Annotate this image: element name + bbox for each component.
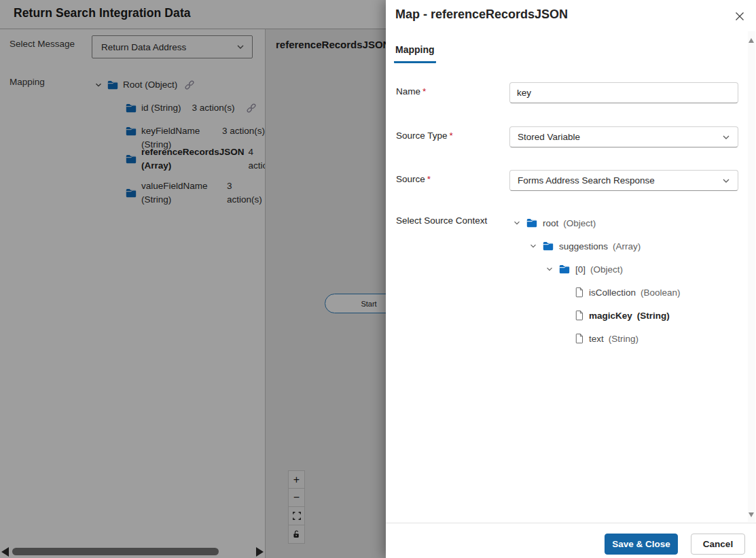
chevron-down-icon[interactable]	[528, 242, 537, 250]
dialog-title: Map - referenceRecordsJSON	[395, 7, 568, 22]
source-node-name: isCollection	[589, 287, 636, 298]
name-label: Name*	[396, 86, 426, 97]
source-node-name: root	[543, 218, 558, 228]
source-label: Source*	[396, 174, 431, 184]
name-label-text: Name	[396, 86, 420, 97]
source-tree-row-text[interactable]: text (String)	[386, 327, 739, 350]
file-icon	[575, 333, 584, 344]
source-type-select[interactable]: Stored Variable	[509, 126, 738, 147]
folder-icon	[542, 240, 554, 252]
source-tree-row-isCollection[interactable]: isCollection (Boolean)	[386, 281, 739, 304]
source-node-type: (Object)	[590, 264, 623, 275]
folder-icon	[558, 263, 571, 275]
source-tree-row-0[interactable]: [0] (Object)	[386, 258, 739, 281]
modal-scrollbar[interactable]	[748, 31, 755, 522]
chevron-down-icon	[721, 133, 731, 142]
source-node-type: (Boolean)	[641, 287, 681, 298]
source-node-type: (Array)	[613, 241, 641, 251]
source-node-name: text	[589, 334, 604, 344]
source-select[interactable]: Forms Address Search Response	[509, 170, 738, 191]
source-type-label: Source Type*	[396, 130, 453, 141]
file-icon	[575, 310, 584, 321]
source-value: Forms Address Search Response	[518, 175, 721, 186]
chevron-down-icon	[721, 176, 731, 186]
modal-backdrop	[0, 0, 386, 558]
required-asterisk: *	[450, 130, 453, 141]
source-tree-row-suggestions[interactable]: suggestions (Array)	[386, 234, 739, 258]
source-tree-row-root[interactable]: root (Object)	[386, 211, 739, 234]
file-icon	[575, 287, 584, 298]
source-node-type: (String)	[637, 311, 670, 321]
source-type-value: Stored Variable	[518, 132, 721, 142]
cancel-button[interactable]: Cancel	[691, 534, 745, 555]
chevron-down-icon[interactable]	[512, 219, 521, 227]
source-label-text: Source	[396, 174, 425, 184]
app-window: Return Search Integration Data Select Me…	[0, 0, 756, 558]
source-node-name: magicKey	[589, 311, 632, 321]
scroll-up-arrow[interactable]	[749, 38, 754, 43]
name-input[interactable]	[509, 82, 738, 103]
source-type-label-text: Source Type	[396, 130, 448, 141]
required-asterisk: *	[427, 174, 431, 184]
footer-divider	[386, 523, 756, 523]
source-node-type: (Object)	[563, 218, 596, 228]
save-close-button[interactable]: Save & Close	[605, 534, 678, 555]
required-asterisk: *	[422, 86, 426, 97]
chevron-down-icon[interactable]	[545, 265, 554, 273]
source-node-name: suggestions	[559, 241, 608, 251]
source-node-type: (String)	[609, 334, 638, 344]
close-icon	[734, 11, 745, 22]
map-dialog: Map - referenceRecordsJSON Mapping Name*…	[386, 0, 756, 558]
scroll-down-arrow[interactable]	[749, 512, 754, 517]
source-node-name: [0]	[575, 264, 586, 275]
folder-icon	[526, 217, 538, 229]
source-tree-row-magicKey[interactable]: magicKey (String)	[386, 304, 739, 327]
close-button[interactable]	[732, 9, 747, 24]
tab-mapping[interactable]: Mapping	[394, 44, 436, 63]
